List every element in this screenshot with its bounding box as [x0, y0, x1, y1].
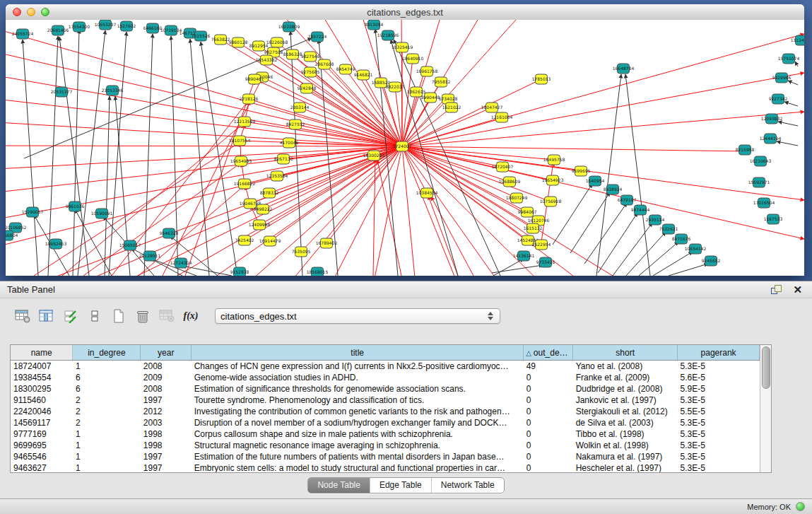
table-cell: 1997	[141, 462, 192, 472]
zoom-window-button[interactable]	[41, 8, 49, 16]
tab-network-table[interactable]: Network Table	[431, 478, 504, 493]
table-cell: 14569117	[11, 417, 73, 428]
graph-node-label: 19384554	[416, 190, 438, 195]
graph-node-label: 18226058	[266, 40, 288, 45]
table-row[interactable]: 1938455462009Genome-wide association stu…	[11, 372, 760, 383]
memory-status-label: Memory: OK	[747, 503, 791, 511]
column-header-out-de-[interactable]: △out_de…	[524, 345, 573, 361]
network-canvas[interactable]: 7663822986012889129541822605898275088186…	[6, 20, 804, 276]
function-builder-icon[interactable]: f(x)	[181, 307, 201, 325]
table-row[interactable]: 969969511998Structural magnetic resonanc…	[11, 440, 760, 451]
graph-node-label: 18495758	[543, 157, 565, 162]
graph-edge	[395, 87, 402, 146]
table-cell: Corpus callosum shape and size in male p…	[192, 428, 524, 440]
graph-node-label: 9474444	[631, 207, 650, 212]
table-row[interactable]: 1456911722003Disruption of a novel membe…	[11, 417, 760, 428]
graph-node-label: 1615132	[524, 226, 543, 230]
table-cell: Dudbridge et al. (2008)	[573, 383, 678, 395]
table-row[interactable]: 911546021997Tourette syndrome. Phenomeno…	[11, 395, 760, 406]
column-header-pagerank[interactable]: pagerank	[678, 345, 760, 361]
graph-node-label: 8990448	[421, 95, 440, 100]
vertical-scrollbar[interactable]	[760, 345, 771, 472]
table-row[interactable]: 1830029562008Estimation of significance …	[11, 383, 760, 395]
table-row[interactable]: 977716911998Corpus callosum shape and si…	[11, 428, 760, 440]
graph-node-label: 8427552	[286, 122, 305, 127]
graph-node-label: 16210643	[750, 158, 772, 163]
graph-node-label: 12213589	[234, 119, 256, 124]
new-column-icon[interactable]	[109, 307, 129, 325]
graph-node-label: 7663822	[211, 37, 230, 42]
table-row[interactable]: 2242004622012Investigating the contribut…	[11, 406, 760, 417]
graph-node-label: 7857224	[308, 34, 327, 39]
graph-node-label: 1621022	[442, 105, 461, 110]
table-row[interactable]: 1872400712008Changes of HCN gene express…	[11, 361, 760, 373]
tab-edge-table[interactable]: Edge Table	[370, 478, 431, 493]
table-cell: 9463627	[11, 462, 73, 472]
graph-node-label: 18807249	[506, 195, 528, 200]
table-cell: Franke et al. (2009)	[573, 372, 678, 383]
table-settings-icon[interactable]	[13, 307, 33, 325]
graph-node-label: 9984067	[518, 209, 537, 214]
tab-node-table[interactable]: Node Table	[308, 478, 370, 493]
graph-node-label: 20691406	[47, 28, 69, 33]
graph-node-label: 12353584	[266, 173, 288, 178]
table-cell: Estimation of the future numbers of pati…	[192, 451, 524, 462]
table-cell: 1	[73, 440, 141, 451]
graph-edge	[493, 259, 524, 276]
delete-column-icon[interactable]	[133, 307, 153, 325]
graph-edge	[625, 74, 650, 276]
float-panel-icon[interactable]	[771, 285, 782, 294]
node-table-scroll-area[interactable]: namein_degreeyeartitle△out_de…shortpager…	[11, 345, 760, 472]
graph-node-label: 7632621	[659, 226, 678, 231]
select-attributes-icon[interactable]	[61, 307, 81, 325]
graph-edge	[777, 141, 798, 146]
table-tabs-row: Node TableEdge TableNetwork Table	[0, 477, 812, 493]
table-cell: Tibbo et al. (1998)	[573, 428, 678, 440]
column-header-title[interactable]: title	[192, 345, 524, 361]
close-window-button[interactable]	[13, 8, 21, 16]
vertical-scrollbar-thumb[interactable]	[762, 346, 770, 389]
table-cell: 1	[73, 451, 141, 462]
graph-node-label: 8912954	[249, 43, 269, 48]
table-cell: Wolkin et al. (1998)	[573, 440, 678, 451]
table-cell: 22420046	[11, 406, 73, 417]
graph-node-label: 2522954	[532, 242, 551, 247]
column-header-in-degree[interactable]: in_degree	[73, 345, 141, 361]
table-cell: Stergiakouli et al. (2012)	[573, 406, 678, 417]
column-header-name[interactable]: name	[11, 345, 73, 361]
close-panel-icon[interactable]: ✕	[793, 285, 802, 294]
table-cell: 1998	[141, 428, 192, 440]
row-height-icon[interactable]	[85, 307, 105, 325]
show-columns-icon[interactable]	[37, 307, 57, 325]
table-row[interactable]: 946362711997Embryonic stem cells: a mode…	[11, 462, 760, 472]
graph-edge	[431, 197, 473, 276]
table-cell: Tourette syndrome. Phenomenology and cla…	[192, 395, 524, 406]
column-header-short[interactable]: short	[573, 345, 678, 361]
table-cell: 5.3E-5	[678, 462, 760, 472]
memory-status-indicator[interactable]	[796, 502, 805, 511]
graph-node-label: 1785013	[532, 76, 551, 81]
network-view[interactable]: 7663822986012889129541822605898275088186…	[6, 20, 804, 276]
table-cell: 0	[524, 417, 573, 428]
window-titlebar[interactable]: citations_edges.txt	[6, 4, 804, 21]
table-selector-dropdown[interactable]: citations_edges.txt	[215, 308, 500, 324]
graph-node-label: 19654923	[542, 177, 564, 182]
column-header-label: short	[616, 348, 635, 358]
table-row[interactable]: 946554611997Estimation of the future num…	[11, 451, 760, 462]
graph-edge	[402, 73, 804, 146]
column-header-year[interactable]: year	[141, 345, 192, 361]
table-cell: 0	[524, 383, 573, 395]
graph-node-label: 7635095	[292, 249, 311, 254]
table-cell: 0	[524, 406, 573, 417]
graph-node-label: 10590091	[91, 211, 113, 216]
minimize-window-button[interactable]	[27, 8, 35, 16]
import-table-icon[interactable]	[157, 307, 177, 325]
table-panel-title: Table Panel	[7, 284, 55, 295]
graph-node-label: 15056804	[6, 233, 18, 238]
table-cell: Investigating the contribution of common…	[192, 406, 524, 417]
graph-edge	[402, 71, 427, 146]
graph-node-label: 9733426	[536, 259, 555, 264]
table-cell: 19384554	[11, 372, 73, 383]
graph-node-label: 9860128	[229, 40, 248, 45]
table-cell: 2012	[141, 406, 192, 417]
